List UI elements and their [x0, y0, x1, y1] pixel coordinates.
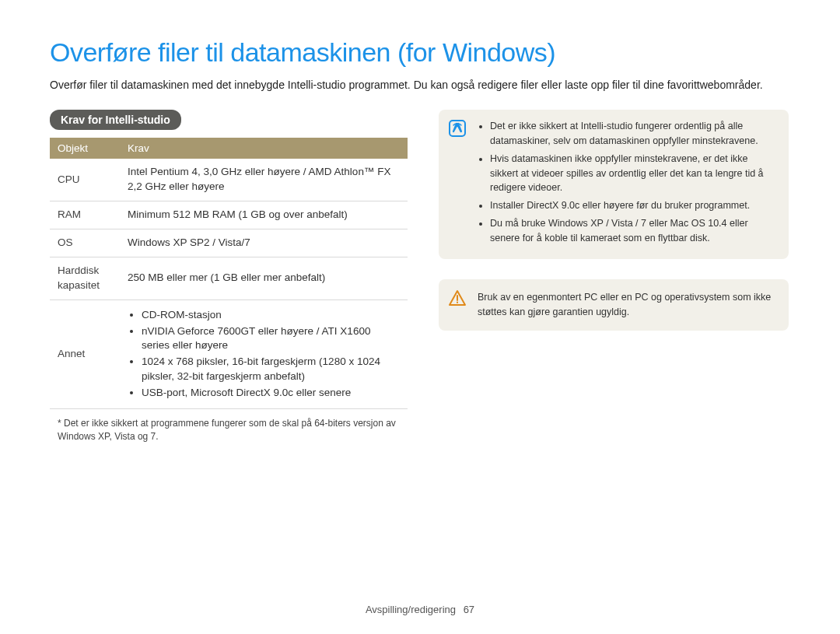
section-label: Krav for Intelli-studio — [50, 110, 181, 130]
table-header-requirement: Krav — [120, 138, 408, 159]
cell-object: RAM — [50, 201, 120, 229]
list-item: CD-ROM-stasjon — [142, 308, 400, 323]
info-note-item: Det er ikke sikkert at Intelli-studio fu… — [490, 119, 776, 149]
info-note-item: Hvis datamaskinen ikke oppfyller minstek… — [490, 152, 776, 195]
list-item: 1024 x 768 piksler, 16-bit fargeskjerm (… — [142, 355, 400, 384]
cell-requirement: Windows XP SP2 / Vista/7 — [120, 229, 408, 257]
page-title: Overføre filer til datamaskinen (for Win… — [50, 37, 790, 68]
cell-requirement: Minimum 512 MB RAM (1 GB og over anbefal… — [120, 201, 408, 229]
cell-requirement: Intel Pentium 4, 3,0 GHz eller høyere / … — [120, 159, 408, 201]
table-row: OS Windows XP SP2 / Vista/7 — [50, 229, 408, 257]
page-footer: Avspilling/redigering 67 — [0, 604, 840, 615]
cell-object: OS — [50, 229, 120, 257]
cell-object: Harddisk kapasitet — [50, 257, 120, 299]
info-note-item: Installer DirectX 9.0c eller høyere før … — [490, 198, 776, 213]
table-header-object: Objekt — [50, 138, 120, 159]
table-row: Harddisk kapasitet 250 MB eller mer (1 G… — [50, 257, 408, 299]
info-note-item: Du må bruke Windows XP / Vista / 7 eller… — [490, 216, 776, 246]
right-column: Det er ikke sikkert at Intelli-studio fu… — [439, 110, 789, 351]
cell-object: CPU — [50, 159, 120, 201]
list-item: USB-port, Microsoft DirectX 9.0c eller s… — [142, 386, 400, 401]
footer-section: Avspilling/redigering — [366, 604, 456, 615]
list-item: nVIDIA Geforce 7600GT eller høyere / ATI… — [142, 324, 400, 354]
intro-text: Overfør filer til datamaskinen med det i… — [50, 77, 790, 93]
warning-text: Bruk av en egenmontert PC eller en PC og… — [478, 290, 776, 320]
info-note-box: Det er ikke sikkert at Intelli-studio fu… — [439, 110, 789, 259]
cell-requirement: 250 MB eller mer (1 GB eller mer anbefal… — [120, 257, 408, 299]
warning-note-box: Bruk av en egenmontert PC eller en PC og… — [439, 279, 789, 331]
requirements-table: Objekt Krav CPU Intel Pentium 4, 3,0 GHz… — [50, 138, 408, 409]
table-row: Annet CD-ROM-stasjon nVIDIA Geforce 7600… — [50, 299, 408, 408]
cell-requirement: CD-ROM-stasjon nVIDIA Geforce 7600GT ell… — [120, 299, 408, 408]
info-icon — [448, 119, 467, 138]
table-row: RAM Minimum 512 MB RAM (1 GB og over anb… — [50, 201, 408, 229]
left-column: Krav for Intelli-studio Objekt Krav CPU … — [50, 110, 408, 443]
table-row: CPU Intel Pentium 4, 3,0 GHz eller høyer… — [50, 159, 408, 201]
cell-object: Annet — [50, 299, 120, 408]
footnote: * Det er ikke sikkert at programmene fun… — [50, 409, 408, 444]
warning-icon — [448, 289, 467, 307]
footer-page-number: 67 — [464, 604, 474, 615]
